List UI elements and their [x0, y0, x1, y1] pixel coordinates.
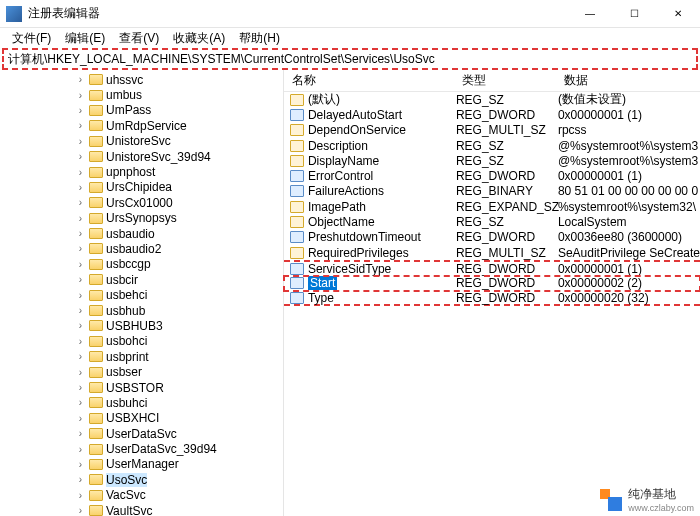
expand-icon[interactable]: › — [75, 382, 86, 393]
tree-item-label: usbaudio2 — [106, 242, 161, 256]
values-pane[interactable]: 名称 类型 数据 (默认)REG_SZ(数值未设置)DelayedAutoSta… — [284, 70, 700, 516]
tree-item[interactable]: ›VacSvc — [0, 488, 283, 503]
tree-item[interactable]: ›usbhub — [0, 303, 283, 318]
string-value-icon — [290, 140, 304, 152]
tree-item[interactable]: ›VaultSvc — [0, 503, 283, 516]
expand-icon[interactable]: › — [75, 167, 86, 178]
value-row[interactable]: ObjectNameREG_SZLocalSystem — [284, 214, 700, 229]
menu-item[interactable]: 编辑(E) — [59, 30, 111, 47]
expand-icon[interactable]: › — [75, 505, 86, 516]
folder-icon — [89, 336, 103, 347]
col-name[interactable]: 名称 — [284, 72, 454, 89]
tree-item[interactable]: ›upnphost — [0, 164, 283, 179]
value-row[interactable]: TypeREG_DWORD0x00000020 (32) — [284, 291, 700, 306]
value-type: REG_SZ — [454, 215, 556, 229]
tree-item[interactable]: ›umbus — [0, 87, 283, 102]
expand-icon[interactable]: › — [75, 197, 86, 208]
close-button[interactable]: ✕ — [656, 0, 700, 28]
expand-icon[interactable]: › — [75, 428, 86, 439]
value-row[interactable]: PreshutdownTimeoutREG_DWORD0x0036ee80 (3… — [284, 230, 700, 245]
tree-item[interactable]: ›usbcir — [0, 272, 283, 287]
expand-icon[interactable]: › — [75, 90, 86, 101]
tree-item[interactable]: ›UrsChipidea — [0, 180, 283, 195]
folder-icon — [89, 320, 103, 331]
value-row[interactable]: ErrorControlREG_DWORD0x00000001 (1) — [284, 168, 700, 183]
tree-item[interactable]: ›UrsSynopsys — [0, 211, 283, 226]
tree-item[interactable]: ›USBXHCI — [0, 411, 283, 426]
folder-icon — [89, 259, 103, 270]
tree-item[interactable]: ›usbprint — [0, 349, 283, 364]
expand-icon[interactable]: › — [75, 367, 86, 378]
value-row[interactable]: ImagePathREG_EXPAND_SZ%systemroot%\syste… — [284, 199, 700, 214]
value-row[interactable]: DelayedAutoStartREG_DWORD0x00000001 (1) — [284, 107, 700, 122]
tree-item[interactable]: ›UsoSvc — [0, 472, 283, 487]
tree-item[interactable]: ›UserDataSvc_39d94 — [0, 441, 283, 456]
tree-item[interactable]: ›usbser — [0, 364, 283, 379]
tree-item[interactable]: ›usbaudio — [0, 226, 283, 241]
value-row[interactable]: DependOnServiceREG_MULTI_SZrpcss — [284, 123, 700, 138]
expand-icon[interactable]: › — [75, 397, 86, 408]
watermark-logo-icon — [600, 489, 622, 511]
tree-item[interactable]: ›usbehci — [0, 287, 283, 302]
col-type[interactable]: 类型 — [454, 72, 556, 89]
menu-item[interactable]: 文件(F) — [6, 30, 57, 47]
value-row[interactable]: RequiredPrivilegesREG_MULTI_SZSeAuditPri… — [284, 245, 700, 260]
value-row[interactable]: FailureActionsREG_BINARY80 51 01 00 00 0… — [284, 184, 700, 199]
expand-icon[interactable]: › — [75, 413, 86, 424]
expand-icon[interactable]: › — [75, 474, 86, 485]
tree-item[interactable]: ›UserManager — [0, 457, 283, 472]
value-row[interactable]: ServiceSidTypeREG_DWORD0x00000001 (1) — [284, 260, 700, 275]
menu-item[interactable]: 查看(V) — [113, 30, 165, 47]
expand-icon[interactable]: › — [75, 120, 86, 131]
expand-icon[interactable]: › — [75, 320, 86, 331]
value-row[interactable]: DisplayNameREG_SZ@%systemroot%\system3 — [284, 153, 700, 168]
folder-icon — [89, 105, 103, 116]
expand-icon[interactable]: › — [75, 290, 86, 301]
expand-icon[interactable]: › — [75, 459, 86, 470]
address-bar[interactable]: 计算机\HKEY_LOCAL_MACHINE\SYSTEM\CurrentCon… — [2, 48, 698, 70]
tree-item[interactable]: ›usbohci — [0, 334, 283, 349]
expand-icon[interactable]: › — [75, 274, 86, 285]
tree-item[interactable]: ›UmPass — [0, 103, 283, 118]
expand-icon[interactable]: › — [75, 351, 86, 362]
expand-icon[interactable]: › — [75, 259, 86, 270]
expand-icon[interactable]: › — [75, 228, 86, 239]
expand-icon[interactable]: › — [75, 136, 86, 147]
expand-icon[interactable]: › — [75, 151, 86, 162]
expand-icon[interactable]: › — [75, 444, 86, 455]
expand-icon[interactable]: › — [75, 336, 86, 347]
tree-item[interactable]: ›UnistoreSvc_39d94 — [0, 149, 283, 164]
tree-item[interactable]: ›USBHUB3 — [0, 318, 283, 333]
expand-icon[interactable]: › — [75, 74, 86, 85]
tree-item[interactable]: ›UserDataSvc — [0, 426, 283, 441]
folder-icon — [89, 274, 103, 285]
tree-item[interactable]: ›UnistoreSvc — [0, 134, 283, 149]
expand-icon[interactable]: › — [75, 490, 86, 501]
minimize-button[interactable]: — — [568, 0, 612, 28]
value-row[interactable]: DescriptionREG_SZ@%systemroot%\system3 — [284, 138, 700, 153]
value-name: ObjectName — [308, 215, 375, 229]
tree-pane[interactable]: ›uhssvc›umbus›UmPass›UmRdpService›Unisto… — [0, 70, 284, 516]
expand-icon[interactable]: › — [75, 182, 86, 193]
expand-icon[interactable]: › — [75, 105, 86, 116]
tree-item[interactable]: ›usbccgp — [0, 257, 283, 272]
value-row[interactable]: StartREG_DWORD0x00000002 (2) — [284, 276, 700, 291]
value-type: REG_DWORD — [454, 230, 556, 244]
value-data: 80 51 01 00 00 00 00 00 0 — [556, 184, 700, 198]
value-row[interactable]: (默认)REG_SZ(数值未设置) — [284, 92, 700, 107]
menu-item[interactable]: 帮助(H) — [233, 30, 286, 47]
expand-icon[interactable]: › — [75, 243, 86, 254]
tree-item[interactable]: ›USBSTOR — [0, 380, 283, 395]
folder-icon — [89, 167, 103, 178]
tree-item[interactable]: ›uhssvc — [0, 72, 283, 87]
string-value-icon — [290, 124, 304, 136]
tree-item[interactable]: ›UrsCx01000 — [0, 195, 283, 210]
expand-icon[interactable]: › — [75, 213, 86, 224]
maximize-button[interactable]: ☐ — [612, 0, 656, 28]
expand-icon[interactable]: › — [75, 305, 86, 316]
tree-item[interactable]: ›usbuhci — [0, 395, 283, 410]
tree-item[interactable]: ›UmRdpService — [0, 118, 283, 133]
col-data[interactable]: 数据 — [556, 72, 700, 89]
menu-item[interactable]: 收藏夹(A) — [167, 30, 231, 47]
tree-item[interactable]: ›usbaudio2 — [0, 241, 283, 256]
